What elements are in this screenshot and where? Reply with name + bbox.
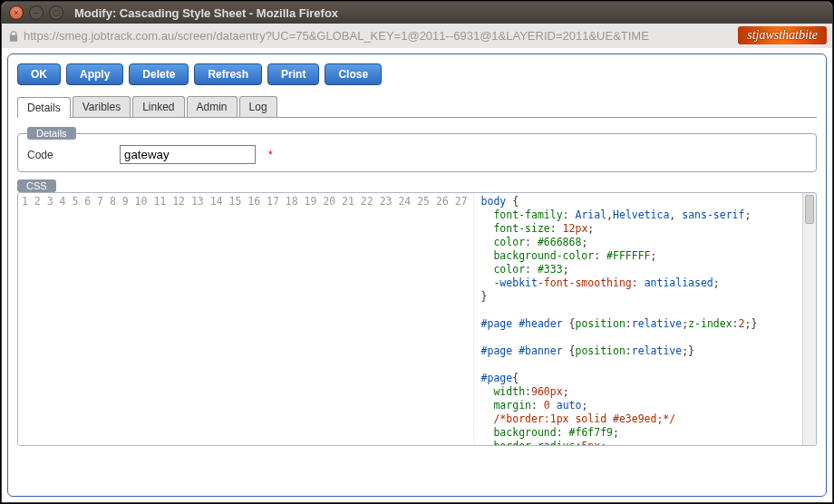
window-min-button[interactable]: – xyxy=(29,5,44,20)
tab-details[interactable]: Details xyxy=(17,97,71,118)
refresh-button[interactable]: Refresh xyxy=(194,63,262,85)
details-fieldset: Details Code * xyxy=(17,127,817,172)
window-titlebar: × – ▢ Modify: Cascading Style Sheet - Mo… xyxy=(2,2,832,24)
url-text: https://smeg.jobtrack.com.au/screen/data… xyxy=(24,29,649,43)
line-gutter: 1 2 3 4 5 6 7 8 9 10 11 12 13 14 15 16 1… xyxy=(18,193,474,445)
details-legend: Details xyxy=(27,127,76,140)
code-input[interactable] xyxy=(120,145,256,164)
css-fieldset: CSS 1 2 3 4 5 6 7 8 9 10 11 12 13 14 15 … xyxy=(17,179,817,446)
tab-log[interactable]: Log xyxy=(239,96,277,117)
scrollbar[interactable] xyxy=(802,193,816,445)
window-title: Modify: Cascading Style Sheet - Mozilla … xyxy=(74,6,338,20)
action-toolbar: OK Apply Delete Refresh Print Close xyxy=(17,63,817,85)
brand-badge: stjawsthatbite xyxy=(738,26,827,44)
apply-button[interactable]: Apply xyxy=(66,63,123,85)
scroll-thumb[interactable] xyxy=(805,195,814,224)
required-marker: * xyxy=(268,149,273,161)
code-editor[interactable]: 1 2 3 4 5 6 7 8 9 10 11 12 13 14 15 16 1… xyxy=(17,192,817,446)
tab-varibles[interactable]: Varibles xyxy=(73,96,131,117)
code-area[interactable]: body { font-family: Arial,Helvetica, san… xyxy=(474,193,802,445)
window-max-button[interactable]: ▢ xyxy=(49,5,63,20)
css-legend: CSS xyxy=(17,179,56,192)
code-label: Code xyxy=(27,149,109,161)
close-button[interactable]: Close xyxy=(325,63,382,85)
delete-button[interactable]: Delete xyxy=(129,63,189,85)
print-button[interactable]: Print xyxy=(267,63,319,85)
tab-linked[interactable]: Linked xyxy=(132,96,184,117)
ok-button[interactable]: OK xyxy=(17,63,61,85)
url-bar[interactable]: https://smeg.jobtrack.com.au/screen/data… xyxy=(2,24,832,49)
window-close-button[interactable]: × xyxy=(9,5,24,20)
lock-icon xyxy=(7,30,20,43)
tab-bar: Details Varibles Linked Admin Log xyxy=(17,96,817,118)
tab-admin[interactable]: Admin xyxy=(187,96,238,117)
